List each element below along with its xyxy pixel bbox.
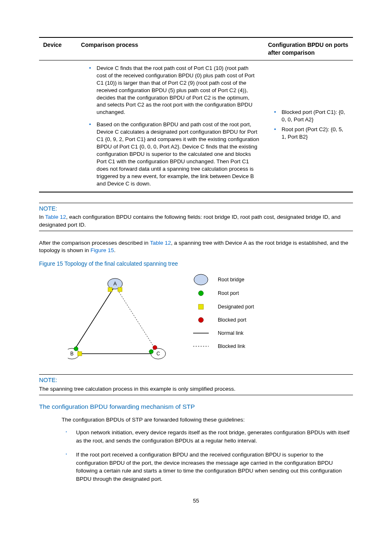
svg-line-0 (72, 286, 115, 354)
paragraph: After the comparison processes described… (39, 239, 353, 254)
node-c-label: C (157, 351, 160, 357)
svg-line-2 (115, 286, 158, 354)
section-heading: The configuration BPDU forwarding mechan… (39, 403, 353, 411)
note-text: In Table 12, each configuration BPDU con… (39, 213, 353, 231)
legend-root-bridge: Root bridge (218, 277, 244, 283)
list-item: Root port (Port C2): {0, 5, 1, Port B2} (274, 126, 349, 141)
list-item: Upon network initiation, every device re… (62, 429, 353, 445)
note-block: NOTE: In Table 12, each configuration BP… (39, 203, 353, 231)
legend-designated-port: Designated port (218, 304, 254, 310)
table-row: Device C finds that the root path cost o… (39, 60, 353, 192)
config-bullets: Blocked port (Port C1): {0, 0, 0, Port A… (268, 109, 349, 141)
svg-point-10 (149, 350, 153, 354)
legend-root-port: Root port (218, 290, 239, 296)
svg-point-13 (198, 291, 203, 296)
svg-rect-8 (78, 352, 82, 356)
svg-point-15 (198, 317, 203, 322)
th-comparison: Comparison process (77, 37, 264, 60)
svg-rect-5 (118, 287, 122, 292)
svg-point-11 (153, 345, 157, 350)
legend-normal-link: Normal link (218, 330, 244, 336)
note-block: NOTE: The spanning tree calculation proc… (39, 374, 353, 395)
th-config: Configuration BPDU on ports after compar… (264, 37, 353, 60)
section-intro: The configuration BPDUs of STP are forwa… (62, 416, 353, 424)
section-bullets: Upon network initiation, every device re… (62, 429, 353, 483)
th-device: Device (39, 37, 77, 60)
comparison-bullets: Device C finds that the root path cost o… (81, 65, 260, 188)
table-12-link[interactable]: Table 12 (45, 214, 66, 220)
figure-diagram: A B C Root bridge Root port Designated p… (39, 271, 353, 374)
list-item: Blocked port (Port C1): {0, 0, 0, Port A… (274, 109, 349, 123)
figure-15-link[interactable]: Figure 15 (90, 247, 114, 253)
legend-blocked-link: Blocked link (218, 343, 245, 349)
svg-rect-4 (108, 287, 112, 292)
node-b-label: B (70, 351, 74, 357)
section-body: The configuration BPDUs of STP are forwa… (39, 416, 353, 483)
note-text: The spanning tree calculation process in… (39, 385, 353, 395)
list-item: Device C finds that the root path cost o… (89, 65, 260, 116)
note-title: NOTE: (39, 203, 353, 214)
topology-svg: A B C Root bridge Root port Designated p… (68, 273, 281, 364)
table-12-link[interactable]: Table 12 (150, 240, 171, 246)
svg-point-12 (194, 274, 208, 285)
legend-blocked-port: Blocked port (218, 317, 247, 323)
svg-point-7 (74, 347, 78, 351)
list-item: Based on the configuration BPDU and path… (89, 121, 260, 187)
figure-caption: Figure 15 Topology of the final calculat… (39, 260, 353, 268)
list-item: If the root port received a configuratio… (62, 451, 353, 483)
page-number: 55 (39, 497, 353, 505)
comparison-table: Device Comparison process Configuration … (39, 37, 353, 192)
svg-rect-14 (198, 304, 203, 309)
node-a-label: A (113, 281, 117, 287)
note-title: NOTE: (39, 375, 353, 385)
